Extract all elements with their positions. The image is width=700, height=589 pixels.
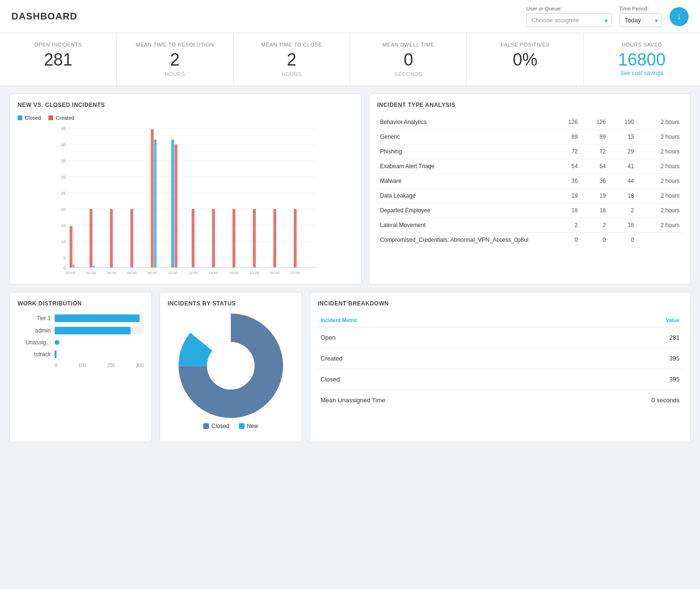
metric-unit-2: HOURS [239, 71, 344, 77]
breakdown-row: Created 395 [318, 348, 682, 369]
chart-title: NEW VS. CLOSED INCIDENTS [18, 102, 353, 108]
svg-rect-24 [110, 209, 113, 267]
bar-track [55, 314, 144, 322]
incident-type-row: Generic 89 89 13 2 hours [377, 129, 682, 144]
cost-savings-link[interactable]: See cost savings [620, 70, 663, 76]
svg-text:45: 45 [61, 126, 66, 131]
svg-text:16:00: 16:00 [229, 271, 239, 275]
work-bars: Tier 1 admin Unassig... tstrack [18, 314, 144, 358]
incident-breakdown-panel: INCIDENT BREAKDOWN Incident Metric Value… [310, 292, 691, 442]
svg-text:5: 5 [64, 256, 66, 260]
incident-c1: 0 [552, 232, 580, 247]
metric-hours-saved: HOURS SAVED 16800 See cost savings [584, 33, 700, 86]
svg-rect-28 [171, 140, 174, 267]
svg-rect-31 [212, 209, 215, 267]
breakdown-row: Mean Unassigned Time 0 seconds [318, 390, 682, 410]
incident-type-row: Malware 36 36 44 2 hours [377, 173, 682, 188]
breakdown-metric: Mean Unassigned Time [318, 390, 564, 410]
chart-legend: Closed Created [18, 115, 353, 121]
metric-unit-1: HOURS [123, 71, 227, 77]
svg-rect-20 [70, 226, 73, 267]
legend-closed-dot [18, 115, 22, 120]
svg-text:14:00: 14:00 [209, 271, 219, 275]
legend-closed-status-label: Closed [211, 423, 229, 429]
incident-name: Exabeam Alert Triage [377, 159, 552, 173]
main-content: NEW VS. CLOSED INCIDENTS Closed Created … [0, 86, 700, 457]
time-period-select[interactable]: Today [619, 13, 662, 27]
user-queue-select[interactable]: Choose assignee [526, 13, 612, 27]
svg-rect-29 [175, 144, 178, 267]
breakdown-value: 0 seconds [564, 390, 682, 410]
incident-c4: 2 hours [637, 218, 682, 232]
incident-name: Data Leakage [377, 188, 552, 203]
svg-text:0: 0 [64, 266, 66, 270]
incident-c4: 2 hours [637, 188, 682, 203]
incident-name: Malware [377, 173, 552, 188]
breakdown-metric: Open [318, 327, 564, 348]
incident-c4: 2 hours [637, 129, 682, 144]
incident-name: Departed Employee [377, 203, 552, 218]
legend-new-status[interactable]: New [239, 423, 258, 429]
incident-type-panel: INCIDENT TYPE ANALYSIS Behavior Analytic… [369, 94, 691, 285]
work-bar-row: admin [18, 327, 144, 334]
legend-new-color [239, 423, 245, 429]
work-distribution-panel: WORK DISTRIBUTION Tier 1 admin Unassig..… [9, 292, 152, 442]
svg-text:18:00: 18:00 [250, 271, 260, 275]
donut-legend: Closed New [203, 423, 258, 429]
work-dist-title: WORK DISTRIBUTION [18, 300, 144, 307]
incident-type-row: Lateral Movement 2 2 18 2 hours [377, 218, 682, 232]
legend-closed-status[interactable]: Closed [203, 423, 229, 429]
metric-value-0: 281 [6, 50, 111, 69]
incident-c4: 2 hours [637, 173, 682, 188]
incident-c2: 18 [581, 203, 609, 218]
svg-text:25: 25 [61, 191, 66, 196]
bar-track [55, 327, 144, 334]
incident-c3: 29 [609, 144, 637, 159]
incident-c4: 2 hours [637, 144, 682, 159]
breakdown-row: Open 281 [318, 327, 682, 348]
time-period-label: Time Period: [619, 6, 662, 11]
download-button[interactable]: ↓ [670, 7, 689, 26]
legend-created-label: Created [56, 115, 74, 121]
legend-created: Created [48, 115, 74, 121]
svg-rect-25 [131, 209, 133, 267]
incident-type-table: Behavior Analytics 126 126 190 2 hours G… [377, 115, 682, 247]
incident-name: Compromised_Credentials: Abnormal_VPN_Ac… [377, 232, 552, 247]
breakdown-title: INCIDENT BREAKDOWN [318, 300, 682, 307]
bar-label: admin [18, 327, 51, 334]
metric-label-3: MEAN DWELL TIME [356, 42, 461, 48]
metric-value-4: 0% [473, 50, 577, 69]
work-bar-row: Tier 1 [18, 314, 144, 322]
svg-text:35: 35 [61, 159, 66, 163]
bar-label: Unassig... [18, 339, 51, 346]
incident-c3: 18 [609, 218, 637, 232]
svg-rect-23 [93, 266, 95, 267]
svg-text:06:00: 06:00 [127, 271, 137, 275]
metric-unit-3: SECONDS [356, 71, 461, 77]
incident-type-row: Compromised_Credentials: Abnormal_VPN_Ac… [377, 232, 682, 247]
incident-c2: 89 [581, 129, 609, 144]
incident-type-row: Exabeam Alert Triage 54 54 41 2 hours [377, 159, 682, 173]
svg-text:08:00: 08:00 [148, 271, 158, 275]
svg-point-50 [207, 342, 255, 390]
incidents-by-status-panel: INCIDENTS BY STATUS 11% 88% [160, 292, 302, 442]
user-queue-wrapper: Choose assignee [526, 13, 612, 27]
svg-text:10: 10 [61, 239, 66, 244]
metric-value-5: 16800 [589, 50, 694, 69]
svg-rect-27 [154, 140, 157, 267]
svg-text:40: 40 [61, 142, 66, 147]
svg-text:11%: 11% [209, 357, 224, 365]
breakdown-value: 395 [564, 348, 682, 369]
bar-fill [55, 314, 140, 322]
bar-mini [55, 351, 57, 358]
chart-svg: 45 40 35 30 25 20 15 10 5 0 [18, 124, 353, 276]
time-period-wrapper: Today [619, 13, 662, 27]
svg-rect-21 [73, 265, 75, 267]
svg-rect-30 [192, 209, 195, 267]
incident-c2: 36 [581, 173, 609, 188]
metric-value-3: 0 [356, 50, 461, 69]
svg-text:22:00: 22:00 [291, 271, 301, 275]
time-period-group: Time Period: Today [619, 6, 662, 27]
incident-type-title: INCIDENT TYPE ANALYSIS [377, 102, 682, 108]
incident-c4: 2 hours [637, 115, 682, 130]
